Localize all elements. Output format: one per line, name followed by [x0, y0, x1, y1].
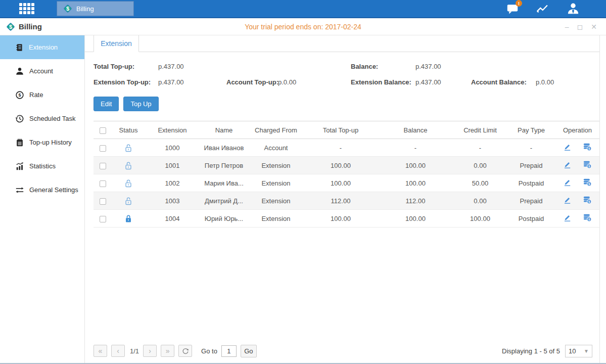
extension-table: Status Extension Name Charged From Total…	[94, 121, 599, 228]
cell-charged-from: Extension	[248, 192, 304, 210]
svg-text:$: $	[18, 93, 21, 98]
account-topup-value: p.0.00	[278, 78, 296, 86]
prev-page-button[interactable]: ‹	[111, 345, 125, 357]
cell-credit-limit: 50.00	[453, 174, 507, 192]
account-balance-value: p.0.00	[536, 78, 554, 86]
sidebar-label-statistics: Statistics	[29, 162, 56, 170]
last-page-button[interactable]: »	[161, 345, 174, 357]
account-balance-label: Account Balance:	[471, 78, 527, 86]
select-all-checkbox[interactable]	[100, 127, 106, 134]
taskbar-billing-tab[interactable]: $ Billing	[57, 1, 134, 16]
row-checkbox[interactable]	[100, 198, 106, 205]
sidebar-item-rate[interactable]: $ Rate	[0, 83, 84, 107]
goto-label: Go to	[201, 347, 217, 355]
displaying-count: Displaying 1 - 5 of 5	[502, 347, 560, 355]
col-balance: Balance	[378, 121, 453, 139]
unlocked-status-icon	[124, 196, 133, 204]
app-launcher-icon[interactable]	[19, 3, 34, 14]
col-operation: Operation	[555, 121, 599, 139]
billing-window: $ Billing ! $ Billing Your trial period …	[0, 0, 606, 364]
sidebar-item-statistics[interactable]: Statistics	[0, 154, 84, 178]
summary-panel: Total Top-up: p.437.00 Balance: p.437.00…	[85, 52, 599, 90]
cell-total-topup: -	[304, 139, 378, 157]
cell-total-topup: 100.00	[304, 174, 378, 192]
user-account-icon[interactable]	[567, 2, 580, 15]
account-topup-label: Account Top-up:	[226, 78, 278, 86]
refresh-icon	[182, 347, 189, 354]
extension-icon	[15, 43, 24, 52]
billing-app-icon: $	[63, 4, 72, 13]
col-status: Status	[112, 121, 145, 139]
row-checkbox[interactable]	[100, 145, 106, 152]
first-page-button[interactable]: «	[94, 345, 107, 357]
page-size-value: 10	[569, 347, 576, 355]
billing-title-icon: $	[6, 22, 15, 31]
svg-text:$: $	[588, 182, 590, 186]
maximize-button[interactable]: ◻	[577, 23, 583, 30]
sidebar-label-extension: Extension	[29, 43, 58, 51]
tab-extension[interactable]: Extension	[94, 35, 139, 52]
cell-charged-from: Extension	[248, 157, 304, 174]
row-checkbox[interactable]	[100, 163, 106, 169]
cell-name: Юрий Юрь...	[200, 210, 248, 228]
col-extension: Extension	[145, 121, 200, 139]
edit-row-icon[interactable]	[563, 213, 572, 224]
go-button[interactable]: Go	[241, 345, 257, 357]
notification-badge: !	[516, 0, 522, 7]
edit-row-icon[interactable]	[563, 177, 572, 189]
col-pay-type: Pay Type	[507, 121, 555, 139]
sidebar-item-account[interactable]: Account	[0, 59, 84, 83]
table-row: 1000 Иван Иванов Account - - - - $	[94, 139, 599, 157]
tab-strip: Extension	[85, 35, 599, 52]
next-page-button[interactable]: ›	[143, 345, 157, 357]
refresh-button[interactable]	[178, 345, 192, 357]
sidebar-item-scheduled-task[interactable]: Scheduled Task	[0, 107, 84, 130]
col-total-topup: Total Top-up	[304, 121, 378, 139]
sidebar-item-topup-history[interactable]: Top-up History	[0, 130, 84, 154]
cell-charged-from: Account	[248, 139, 304, 157]
edit-row-icon[interactable]	[563, 142, 572, 153]
cell-extension: 1001	[145, 157, 200, 174]
cell-pay-type: Postpaid	[507, 210, 555, 228]
close-button[interactable]: ✕	[591, 23, 597, 30]
cell-credit-limit: 0.00	[453, 157, 507, 174]
table-row: 1001 Петр Петров Extension 100.00 100.00…	[94, 157, 599, 174]
unlocked-status-icon	[124, 178, 133, 186]
page-size-select[interactable]: 10 ▼	[565, 345, 592, 357]
table-row: 1003 Дмитрий Д... Extension 112.00 112.0…	[94, 192, 599, 210]
edit-row-icon[interactable]	[563, 160, 572, 171]
cell-name: Иван Иванов	[200, 139, 248, 157]
cell-extension: 1002	[145, 174, 200, 192]
top-up-row-icon[interactable]: $	[582, 160, 592, 171]
chevron-down-icon: ▼	[584, 348, 589, 354]
messages-icon[interactable]: !	[506, 2, 519, 15]
main-content: Extension Total Top-up: p.437.00 Balance…	[85, 35, 600, 363]
sidebar-item-general-settings[interactable]: General Settings	[0, 178, 84, 202]
top-bar: $ Billing !	[0, 0, 606, 18]
edit-row-icon[interactable]	[563, 195, 572, 206]
goto-page-input[interactable]	[221, 345, 237, 357]
sidebar-item-extension[interactable]: Extension	[0, 35, 84, 59]
edit-button[interactable]: Edit	[94, 97, 119, 111]
total-topup-value: p.437.00	[158, 63, 184, 70]
resource-monitor-icon[interactable]	[536, 2, 549, 15]
top-up-row-icon[interactable]: $	[582, 177, 592, 189]
cell-extension: 1004	[145, 210, 200, 228]
cell-total-topup: 100.00	[304, 210, 378, 228]
minimize-button[interactable]: –	[565, 23, 569, 30]
statistics-icon	[15, 162, 24, 171]
unlocked-status-icon	[124, 161, 133, 168]
cell-extension: 1003	[145, 192, 200, 210]
rate-icon: $	[15, 90, 24, 100]
top-up-row-icon[interactable]: $	[582, 213, 592, 224]
top-up-row-icon[interactable]: $	[582, 195, 592, 206]
top-up-button[interactable]: Top Up	[123, 97, 158, 111]
cell-name: Петр Петров	[200, 157, 248, 174]
svg-text:$: $	[588, 147, 590, 150]
row-checkbox[interactable]	[100, 216, 106, 222]
cell-balance: 100.00	[378, 157, 453, 174]
cell-balance: 100.00	[378, 210, 453, 228]
top-up-row-icon[interactable]: $	[582, 142, 592, 153]
row-checkbox[interactable]	[100, 180, 106, 187]
svg-text:$: $	[588, 217, 590, 221]
